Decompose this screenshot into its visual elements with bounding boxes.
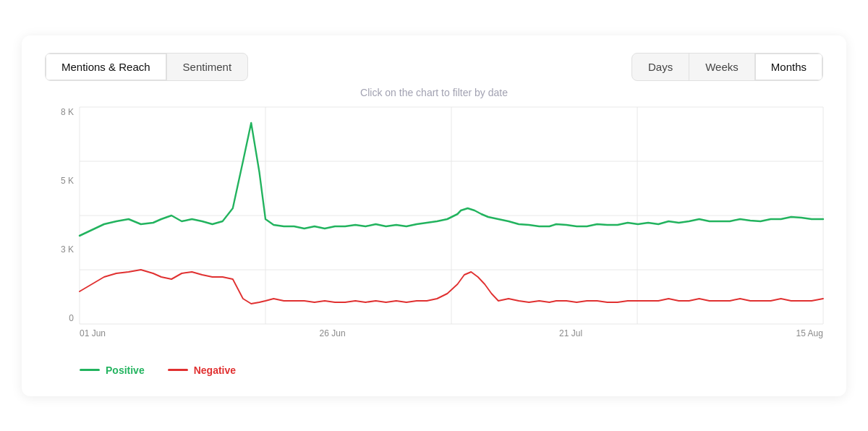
y-label-0: 0 [69, 313, 74, 323]
chart-area[interactable]: 8 K 5 K 3 K 0 [45, 107, 823, 353]
y-label-5k: 5 K [61, 176, 74, 186]
x-label-jun01: 01 Jun [80, 328, 106, 338]
legend-negative-label: Negative [194, 364, 236, 376]
y-axis: 8 K 5 K 3 K 0 [45, 107, 80, 324]
top-bar: Mentions & Reach Sentiment Days Weeks Mo… [45, 53, 823, 81]
tab-days[interactable]: Days [632, 54, 689, 80]
x-label-aug15: 15 Aug [796, 328, 823, 338]
tab-months[interactable]: Months [755, 54, 822, 80]
legend-negative: Negative [168, 364, 236, 376]
legend-positive-line [80, 369, 100, 371]
chart-card: Mentions & Reach Sentiment Days Weeks Mo… [22, 35, 846, 396]
filter-hint: Click on the chart to filter by date [45, 87, 823, 98]
x-label-jun26: 26 Jun [320, 328, 346, 338]
legend-negative-line [168, 369, 188, 371]
legend: Positive Negative [45, 364, 823, 376]
y-label-3k: 3 K [61, 244, 74, 255]
x-label-jul21: 21 Jul [559, 328, 582, 338]
tab-mentions-reach[interactable]: Mentions & Reach [46, 54, 167, 80]
tab-sentiment[interactable]: Sentiment [167, 54, 248, 80]
right-tab-group[interactable]: Days Weeks Months [631, 53, 823, 81]
left-tab-group[interactable]: Mentions & Reach Sentiment [45, 53, 248, 81]
x-axis: 01 Jun 26 Jun 21 Jul 15 Aug [80, 324, 823, 353]
chart-svg [80, 107, 823, 324]
chart-inner [80, 107, 823, 324]
tab-weeks[interactable]: Weeks [689, 54, 755, 80]
legend-positive: Positive [80, 364, 145, 376]
y-label-8k: 8 K [61, 107, 74, 117]
legend-positive-label: Positive [106, 364, 145, 376]
